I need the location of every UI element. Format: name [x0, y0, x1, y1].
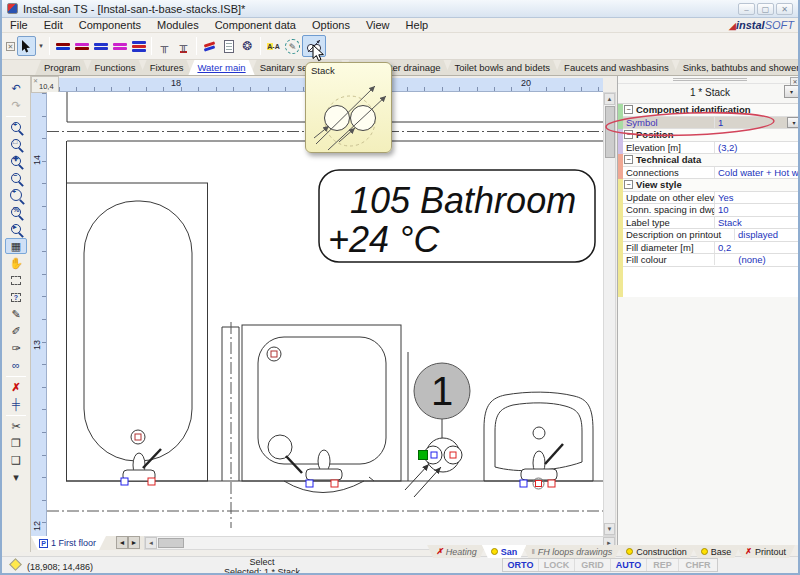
shower-tray[interactable] [242, 325, 401, 493]
collapse-icon[interactable]: − [624, 105, 633, 114]
panels-toggle-button[interactable]: ▦ [5, 238, 27, 254]
pipe-cold-hot-button[interactable] [53, 36, 72, 56]
washbasin[interactable] [484, 392, 593, 489]
pipe-circulation-button[interactable] [72, 36, 91, 56]
zoom-out-button[interactable]: − [5, 170, 27, 186]
tab-faucets-washbasins[interactable]: Faucets and washbasins [555, 60, 678, 75]
tab-functions[interactable]: Functions [85, 60, 144, 75]
collapse-icon[interactable]: − [624, 155, 633, 164]
marquee-select-button[interactable] [5, 272, 27, 288]
hot-water-connection[interactable] [331, 480, 338, 487]
tab-fixtures[interactable]: Fixtures [141, 60, 193, 75]
symbol-dropdown[interactable]: ▾ [787, 117, 800, 128]
mode-auto[interactable]: AUTO [611, 559, 647, 571]
property-row-conn-spacing[interactable]: Conn. spacing in dwg. 10 [623, 204, 800, 217]
menu-component-data[interactable]: Component data [207, 19, 304, 31]
find-button[interactable]: ∞ [5, 357, 27, 373]
menu-view[interactable]: View [358, 19, 398, 31]
zoom-scale-button[interactable]: % [5, 204, 27, 220]
redo-button[interactable]: ↷ [5, 97, 27, 113]
hot-water-connection[interactable] [548, 480, 555, 487]
pipe-cold-button[interactable] [91, 36, 110, 56]
drawing-canvas[interactable]: 105 Bathroom +24 °C 1 [47, 92, 603, 536]
drawing-area[interactable]: 105 Bathroom +24 °C 1 [47, 92, 603, 536]
minimize-button[interactable]: – [738, 3, 755, 15]
horizontal-scroll-thumb[interactable] [158, 538, 184, 548]
property-row-connections[interactable]: Connections Cold water + Hot water [623, 167, 800, 180]
select-tool-dropdown[interactable]: ▾ [36, 36, 46, 56]
room-label[interactable]: 105 Bathroom +24 °C [319, 170, 595, 262]
maximize-button[interactable]: ▢ [757, 3, 774, 15]
tab-water-main[interactable]: Water main [188, 60, 254, 75]
mode-lock[interactable]: LOCK [539, 559, 575, 571]
tab-program[interactable]: Program [35, 60, 89, 75]
edit-button[interactable]: ✎ [5, 306, 27, 322]
menu-modules[interactable]: Modules [149, 19, 207, 31]
vertical-scroll-thumb[interactable] [605, 106, 615, 158]
delete-button[interactable]: ✗ [5, 379, 27, 395]
property-row-elevation[interactable]: Elevation [m] (3,2) [623, 142, 800, 155]
scroll-down-arrow[interactable]: ▼ [604, 523, 615, 535]
bathtub[interactable] [67, 183, 208, 485]
zoom-selection-button[interactable]: ▸ [5, 221, 27, 237]
layer-tab-fh-loops[interactable]: ‖FH loops drawings [522, 545, 621, 558]
zoom-in-button[interactable]: + [5, 119, 27, 135]
mode-grid[interactable]: GRID [575, 559, 611, 571]
layer-tab-printout[interactable]: ✗Printout [736, 545, 795, 558]
menu-help[interactable]: Help [398, 19, 437, 31]
property-row-update[interactable]: Update on other elev. Yes [623, 192, 800, 205]
property-row-fill-colour[interactable]: Fill colour (none) [623, 254, 800, 267]
mode-rep[interactable]: REP [647, 559, 679, 571]
riser-pair-button[interactable] [200, 36, 219, 56]
layer-tab-san[interactable]: San [482, 545, 527, 558]
layer-tab-construction[interactable]: Construction [617, 545, 696, 558]
edit-circle-button[interactable]: ✎ [283, 36, 302, 56]
tab-toilet-bowls[interactable]: Toilet bowls and bidets [446, 60, 560, 75]
pipe-section-double-button[interactable]: ╥ [174, 36, 193, 56]
selection-dropdown[interactable]: ▾ [784, 85, 799, 98]
cold-water-connection[interactable] [520, 480, 527, 487]
floor-tab[interactable]: P 1 First floor [31, 536, 106, 550]
stack-symbol[interactable]: 1 [405, 363, 470, 497]
section-marks-button[interactable]: A-A [264, 36, 283, 56]
pipe-triple-button[interactable] [129, 36, 148, 56]
query-select-button[interactable]: ? [5, 289, 27, 305]
cut-button[interactable]: ✂ [5, 418, 27, 434]
zoom-extents-button[interactable]: + [5, 187, 27, 203]
property-row-description[interactable]: Description on printout displayed [623, 229, 800, 242]
pipe-section-button[interactable]: ╥ [155, 36, 174, 56]
panel-grip[interactable]: ✕ [618, 76, 800, 84]
menu-edit[interactable]: Edit [36, 19, 71, 31]
mode-chfr[interactable]: CHFR [679, 559, 717, 571]
cold-water-connection[interactable] [121, 478, 128, 485]
pipe-hot-button[interactable] [110, 36, 129, 56]
zoom-dynamic-button[interactable]: ✚ [5, 153, 27, 169]
canvas-vertical-scrollbar[interactable]: ▲ ▼ [603, 92, 616, 536]
tab-sinks-bathtubs-showers[interactable]: Sinks, bathtubs and showers [674, 60, 800, 75]
layer-tab-base[interactable]: Base [692, 545, 741, 558]
scroll-up-arrow[interactable]: ▲ [604, 93, 615, 105]
property-row-symbol[interactable]: Symbol 1 ▾ [623, 117, 800, 130]
disconnect-button[interactable]: ╪ [5, 396, 27, 412]
selection-handle[interactable] [419, 451, 428, 460]
menu-file[interactable]: File [2, 19, 36, 31]
prev-sheet-button[interactable]: ◄ [116, 536, 128, 549]
property-row-fill-diameter[interactable]: Fill diameter [m] 0,2 [623, 242, 800, 255]
toolbar-grip[interactable]: ✕ [6, 42, 15, 51]
property-row-label-type[interactable]: Label type Stack [623, 217, 800, 230]
remote-component-button[interactable] [219, 36, 238, 56]
select-tool-button[interactable] [17, 36, 36, 56]
gear-component-button[interactable]: ❂ [238, 36, 257, 56]
mode-orto[interactable]: ORTO [503, 559, 539, 571]
copy-button[interactable]: ❐ [5, 435, 27, 451]
pan-button[interactable]: ✋ [5, 255, 27, 271]
cold-water-connection[interactable] [306, 480, 313, 487]
collapse-icon[interactable]: − [624, 130, 633, 139]
hot-water-connection[interactable] [148, 478, 155, 485]
layer-tab-heating[interactable]: ✗Heating [427, 545, 486, 558]
more-tools-button[interactable]: ▾ [5, 469, 27, 485]
zoom-window-button[interactable]: □ [5, 136, 27, 152]
menu-components[interactable]: Components [71, 19, 149, 31]
paste-button[interactable]: ❑ [5, 452, 27, 468]
format-painter-button[interactable]: ✐ [5, 323, 27, 339]
